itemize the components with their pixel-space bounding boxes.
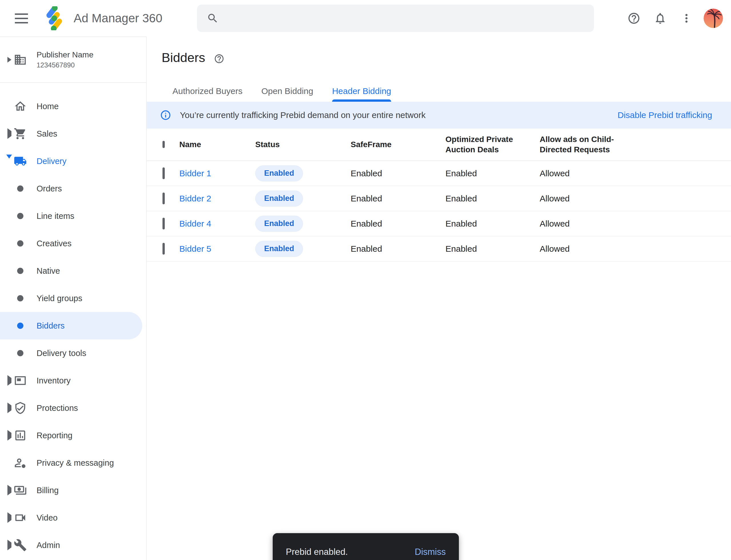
video-camera-icon <box>13 511 27 525</box>
disable-prebid-trafficking-link[interactable]: Disable Prebid trafficking <box>618 110 712 120</box>
help-icon <box>627 12 640 25</box>
bullet-icon <box>13 264 27 278</box>
column-header-opad: Optimized Private Auction Deals <box>445 134 515 155</box>
tab-open-bidding[interactable]: Open Bidding <box>261 79 313 102</box>
shield-check-icon <box>13 401 27 415</box>
bullet-icon <box>13 209 27 223</box>
bullet-icon <box>13 291 27 305</box>
inventory-icon <box>13 374 27 387</box>
select-all-checkbox[interactable] <box>163 141 165 148</box>
help-icon <box>214 53 225 64</box>
table-row: Bidder 1 Enabled Enabled Enabled Allowed <box>147 161 731 186</box>
column-header-name: Name <box>179 139 255 150</box>
snackbar-toast: Prebid enabled. Dismiss <box>273 533 459 560</box>
search-input[interactable] <box>225 5 594 32</box>
person-badge-icon <box>13 456 27 470</box>
wrench-icon <box>13 538 27 552</box>
top-app-bar: Ad Manager 360 <box>0 0 731 37</box>
sidebar-item-privacy-messaging[interactable]: Privacy & messaging <box>0 449 146 477</box>
page-title: Bidders <box>162 50 205 65</box>
sidebar-item-bidders[interactable]: Bidders <box>0 312 142 339</box>
bidder-link[interactable]: Bidder 5 <box>179 244 255 254</box>
expand-right-icon <box>7 485 11 495</box>
more-options-button[interactable] <box>673 5 700 31</box>
row-checkbox[interactable] <box>163 193 165 204</box>
bullet-icon <box>13 182 27 195</box>
opad-value: Enabled <box>445 219 540 229</box>
expand-right-icon <box>7 403 11 413</box>
status-badge: Enabled <box>255 241 303 257</box>
sidebar-item-creatives[interactable]: Creatives <box>0 230 146 257</box>
prebid-info-banner: You’re currently trafficking Prebid dema… <box>147 102 731 129</box>
sidebar-item-orders[interactable]: Orders <box>0 175 146 202</box>
bullet-icon <box>13 319 27 333</box>
table-row: Bidder 2 Enabled Enabled Enabled Allowed <box>147 186 731 211</box>
sidebar-item-yield-groups[interactable]: Yield groups <box>0 285 146 312</box>
row-checkbox[interactable] <box>163 167 165 179</box>
ad-manager-logo-icon <box>42 6 66 30</box>
sidebar-item-inventory[interactable]: Inventory <box>0 367 146 394</box>
sidebar-item-billing[interactable]: Billing <box>0 477 146 504</box>
bullet-icon <box>13 237 27 250</box>
publisher-name: Publisher Name <box>37 50 93 59</box>
publisher-network-id: 1234567890 <box>37 61 93 69</box>
tab-header-bidding[interactable]: Header Bidding <box>332 79 391 102</box>
sidebar-item-delivery-tools[interactable]: Delivery tools <box>0 339 146 367</box>
safeframe-value: Enabled <box>351 169 445 178</box>
expand-down-icon <box>6 155 12 163</box>
bullet-icon <box>13 346 27 360</box>
dismiss-button[interactable]: Dismiss <box>415 547 446 557</box>
sidebar-nav: Home Sales Delivery Orders Line items <box>0 83 146 559</box>
sidebar-item-home[interactable]: Home <box>0 93 146 120</box>
sidebar-item-video[interactable]: Video <box>0 504 146 531</box>
expand-right-icon <box>7 430 11 441</box>
column-header-status: Status <box>255 139 351 150</box>
row-checkbox[interactable] <box>163 218 165 229</box>
safeframe-value: Enabled <box>351 194 445 203</box>
sidebar-item-reporting[interactable]: Reporting <box>0 422 146 449</box>
avatar[interactable] <box>704 9 723 28</box>
row-checkbox[interactable] <box>163 243 165 255</box>
status-badge: Enabled <box>255 191 303 207</box>
expand-right-icon <box>7 375 11 386</box>
sidebar-item-sales[interactable]: Sales <box>0 120 146 147</box>
home-icon <box>13 99 27 113</box>
search-icon <box>207 12 219 24</box>
child-directed-value: Allowed <box>540 219 731 229</box>
sidebar: Publisher Name 1234567890 Home Sales Del… <box>0 37 147 560</box>
sidebar-item-protections[interactable]: Protections <box>0 394 146 422</box>
menu-icon[interactable] <box>15 13 28 23</box>
publisher-switcher[interactable]: Publisher Name 1234567890 <box>0 37 146 83</box>
cart-icon <box>13 127 27 141</box>
tab-authorized-buyers[interactable]: Authorized Buyers <box>173 79 243 102</box>
banner-message: You’re currently trafficking Prebid dema… <box>180 110 425 120</box>
sidebar-item-admin[interactable]: Admin <box>0 531 146 559</box>
kebab-menu-icon <box>680 12 693 25</box>
help-button[interactable] <box>621 5 647 31</box>
notifications-button[interactable] <box>647 5 673 31</box>
sidebar-item-native[interactable]: Native <box>0 257 146 285</box>
bell-icon <box>654 12 667 25</box>
publisher-building-icon <box>14 53 27 66</box>
expand-right-icon <box>7 128 11 139</box>
expand-right-icon <box>7 540 11 550</box>
bidder-link[interactable]: Bidder 1 <box>179 169 255 178</box>
avatar-palm-image <box>704 9 723 28</box>
status-badge: Enabled <box>255 165 303 181</box>
info-icon <box>160 109 171 121</box>
sidebar-item-delivery[interactable]: Delivery <box>0 147 146 175</box>
header-actions <box>621 0 723 37</box>
opad-value: Enabled <box>445 244 540 254</box>
child-directed-value: Allowed <box>540 244 731 254</box>
status-badge: Enabled <box>255 216 303 232</box>
tab-bar: Authorized Buyers Open Bidding Header Bi… <box>147 79 731 102</box>
sidebar-item-line-items[interactable]: Line items <box>0 202 146 230</box>
expand-right-icon <box>7 512 11 523</box>
bidders-table: Name Status SafeFrame Optimized Private … <box>147 129 731 261</box>
column-header-safeframe: SafeFrame <box>351 139 445 150</box>
page-help-button[interactable] <box>214 52 225 64</box>
bidder-link[interactable]: Bidder 2 <box>179 194 255 203</box>
child-directed-value: Allowed <box>540 194 731 203</box>
bidder-link[interactable]: Bidder 4 <box>179 219 255 229</box>
search-bar[interactable] <box>197 5 594 32</box>
